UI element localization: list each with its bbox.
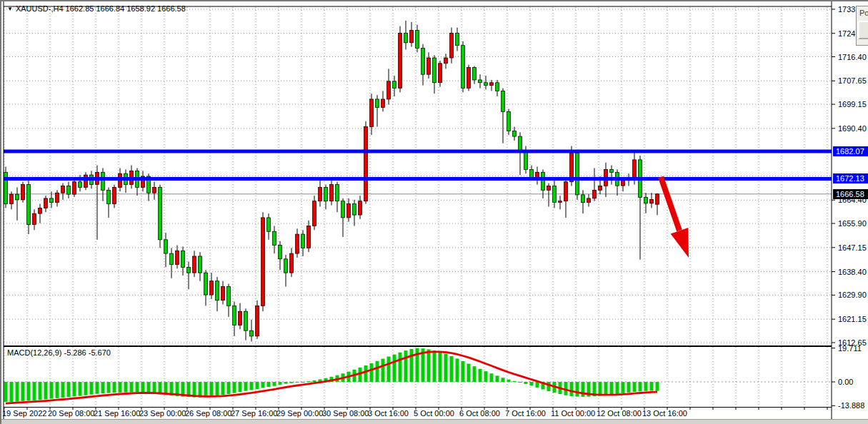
time-axis-label: 27 Sep 16:00 <box>231 409 277 418</box>
macd-values: -5.286 -5.670 <box>64 348 110 357</box>
time-axis-label: 5 Oct 00:00 <box>414 409 454 418</box>
price-axis-label: 1638.40 <box>838 268 867 276</box>
price-axis-label: 1621.15 <box>838 315 867 323</box>
macd-axis-label: -13.888 <box>838 401 864 410</box>
price-axis-label: 1707.65 <box>838 76 867 85</box>
macd-axis-label: 19.711 <box>838 344 862 353</box>
macd-label: MACD(12,26,9) <box>7 348 61 357</box>
price-axis-label: 1716.40 <box>838 53 867 61</box>
time-axis-label: 11 Oct 00:00 <box>551 409 595 418</box>
time-axis-label: 3 Oct 16:00 <box>368 409 409 418</box>
price-axis-label: 1690.40 <box>838 124 867 133</box>
time-axis-label: 12 Oct 08:00 <box>597 409 642 418</box>
time-axis-label: 19 Sep 2022 <box>2 409 46 418</box>
window-bottom-strip <box>1 419 868 424</box>
chart-window: ▼XAUUSD-,H4 1662.85 1666.84 1658.92 1666… <box>0 0 868 424</box>
price-axis-label: 1647.15 <box>838 243 867 252</box>
time-axis-label: 23 Sep 00:00 <box>139 409 186 418</box>
current-price-tag: 1666.58 <box>833 189 868 199</box>
price-axis-label: 1655.90 <box>838 219 867 228</box>
price-axis-label: 1629.90 <box>838 291 867 299</box>
level-price-tag: 1682.07 <box>833 146 868 156</box>
candlestick-chart-canvas[interactable] <box>1 1 868 424</box>
time-axis-label: 20 Sep 08:00 <box>48 409 94 418</box>
chart-ohlc-values: 1662.85 1666.84 1658.92 1666.58 <box>66 4 186 13</box>
chart-symbol-timeframe: XAUUSD-,H4 <box>16 4 64 13</box>
popup-button[interactable] <box>858 21 868 39</box>
time-axis-label: 7 Oct 16:00 <box>505 409 546 418</box>
chart-title: ▼XAUUSD-,H4 1662.85 1666.84 1658.92 1666… <box>7 4 186 13</box>
popup-panel: Po <box>856 6 868 46</box>
time-axis-label: 26 Sep 08:00 <box>185 409 231 418</box>
macd-axis-label: 0.00 <box>838 378 853 386</box>
level-price-tag: 1672.13 <box>833 173 868 183</box>
time-axis-label: 30 Sep 08:00 <box>322 409 369 418</box>
price-axis-label: 1699.15 <box>838 100 867 108</box>
popup-text: Po <box>859 9 868 17</box>
time-axis-label: 13 Oct 16:00 <box>642 409 687 418</box>
time-axis-label: 6 Oct 08:00 <box>459 409 500 418</box>
time-axis-label: 21 Sep 16:00 <box>94 409 140 418</box>
time-axis-label: 29 Sep 00:00 <box>276 409 323 418</box>
chart-dropdown-icon[interactable]: ▼ <box>7 6 13 12</box>
macd-indicator-caption: MACD(12,26,9) -5.286 -5.670 <box>7 348 111 357</box>
